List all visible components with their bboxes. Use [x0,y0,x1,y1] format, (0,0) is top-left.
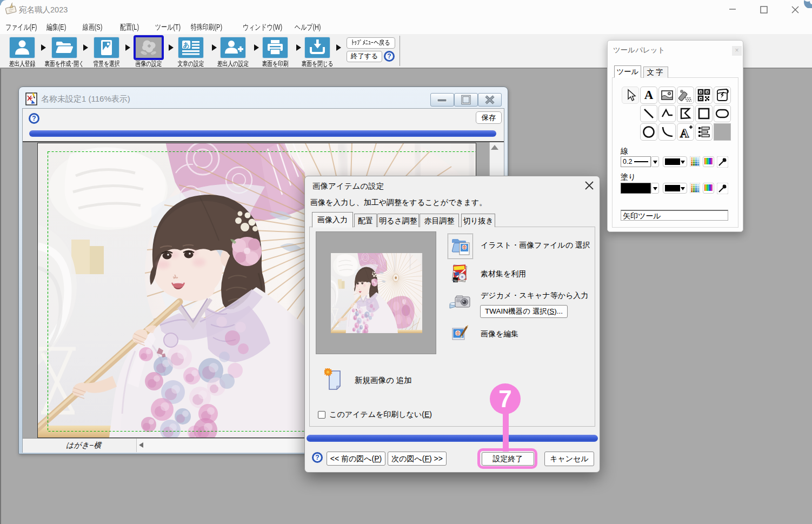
svg-text:No: No [454,279,458,282]
svg-text:あ: あ [183,41,189,49]
svg-text:A: A [680,127,689,140]
